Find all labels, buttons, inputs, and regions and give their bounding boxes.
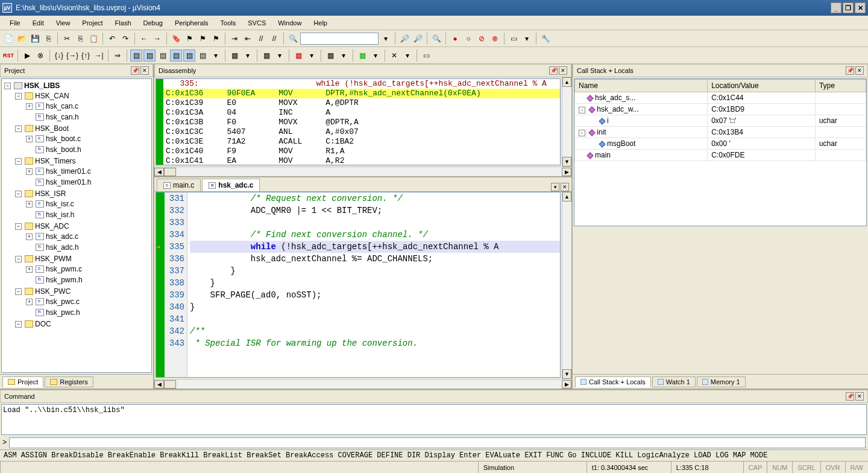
tree-file[interactable]: hsk_can.h bbox=[25, 112, 150, 122]
breakpoint-enable-icon[interactable]: ○ bbox=[462, 33, 474, 45]
bookmark-clear-icon[interactable]: ⚑ bbox=[210, 33, 222, 45]
code-line[interactable] bbox=[190, 217, 560, 229]
code-line[interactable]: /* Request next conversion. */ bbox=[190, 192, 560, 205]
menu-window[interactable]: Window bbox=[272, 18, 307, 28]
disasm-line[interactable]: C:0x1C40 F9 MOV R1,A bbox=[156, 147, 560, 156]
table-row[interactable]: - hsk_adc_w...C:0x1BD9 bbox=[575, 104, 866, 115]
code-line[interactable]: /** bbox=[190, 325, 560, 337]
disasm-window-icon[interactable]: ▤ bbox=[143, 49, 156, 62]
table-row[interactable]: msgBoot0x00 'uchar bbox=[575, 138, 866, 150]
tree-file[interactable]: + hsk_pwc.c bbox=[25, 297, 150, 306]
command-input[interactable] bbox=[9, 437, 866, 448]
disasm-line[interactable]: C:0x1C41 EA MOV A,R2 bbox=[156, 156, 560, 165]
tree-group[interactable]: − HSK_Boot bbox=[14, 124, 150, 133]
window-icon[interactable]: ▭ bbox=[508, 33, 520, 45]
find-icon[interactable]: 🔎 bbox=[398, 33, 410, 45]
code-line[interactable]: } bbox=[190, 277, 560, 289]
save-all-icon[interactable]: ⎘ bbox=[42, 33, 54, 45]
tab-registers[interactable]: Registers bbox=[45, 376, 93, 387]
menu-peripherals[interactable]: Peripherals bbox=[169, 18, 215, 28]
bookmark-prev-icon[interactable]: ⚑ bbox=[183, 33, 195, 45]
step-icon[interactable]: {↓} bbox=[53, 49, 65, 62]
tree-group[interactable]: − DOC bbox=[14, 319, 150, 329]
table-row[interactable]: - initC:0x13B4 bbox=[575, 127, 866, 138]
tree-group[interactable]: − HSK_PWM bbox=[14, 254, 150, 264]
code-editor[interactable]: 331332333334335336337338339340341342343 … bbox=[156, 192, 561, 378]
menu-flash[interactable]: Flash bbox=[109, 18, 137, 28]
dropdown-icon[interactable]: ▾ bbox=[306, 49, 318, 62]
tree-file[interactable]: hsk_pwm.h bbox=[25, 275, 150, 285]
breakpoint-disable-icon[interactable]: ⊘ bbox=[476, 33, 488, 45]
table-row[interactable]: i0x07 '□'uchar bbox=[575, 115, 866, 127]
close-icon[interactable]: ✕ bbox=[855, 392, 864, 401]
table-header[interactable]: Location/Value bbox=[708, 80, 816, 92]
menu-edit[interactable]: Edit bbox=[27, 18, 50, 28]
scrollbar-horizontal[interactable]: ◀▶ bbox=[154, 167, 571, 176]
comment-icon[interactable]: // bbox=[255, 33, 267, 45]
tree-root-node[interactable]: − HSK_LIBS bbox=[3, 81, 150, 90]
disasm-line[interactable]: 335: while (!hsk_adc_targets[++hsk_adc_n… bbox=[156, 79, 560, 89]
tree-group[interactable]: − HSK_ADC bbox=[14, 221, 150, 231]
find-input[interactable] bbox=[300, 33, 379, 45]
scrollbar-vertical[interactable]: ▲▼ bbox=[562, 77, 571, 167]
disasm-line[interactable]: C:0x1C3E 71A2 ACALL C:1BA2 bbox=[156, 137, 560, 147]
code-line[interactable]: } bbox=[190, 301, 560, 313]
step-out-icon[interactable]: {↑} bbox=[80, 49, 92, 62]
memory-window-icon[interactable]: ▦ bbox=[228, 49, 241, 62]
close-icon[interactable]: ✕ bbox=[559, 66, 567, 75]
restore-button[interactable]: ❐ bbox=[843, 2, 854, 13]
menu-tools[interactable]: Tools bbox=[215, 18, 242, 28]
dropdown-icon[interactable]: ▾ bbox=[380, 33, 392, 45]
menu-svcs[interactable]: SVCS bbox=[242, 18, 272, 28]
bookmark-next-icon[interactable]: ⚑ bbox=[197, 33, 209, 45]
breakpoint-insert-icon[interactable]: ● bbox=[449, 33, 461, 45]
scrollbar-horizontal[interactable]: ◀▶ bbox=[154, 379, 571, 389]
nav-fwd-icon[interactable]: → bbox=[151, 33, 163, 45]
tree-file[interactable]: + hsk_isr.c bbox=[25, 199, 150, 209]
serial-window-icon[interactable]: ▦ bbox=[260, 49, 272, 62]
command-window-icon[interactable]: ▤ bbox=[130, 49, 142, 62]
tree-group[interactable]: − HSK_CAN bbox=[14, 91, 150, 101]
outdent-icon[interactable]: ⇤ bbox=[242, 33, 254, 45]
tree-file[interactable]: + hsk_can.c bbox=[25, 101, 150, 111]
code-line[interactable]: } bbox=[190, 265, 560, 277]
show-next-icon[interactable]: ⇒ bbox=[112, 49, 124, 62]
pin-icon[interactable]: 📌 bbox=[846, 392, 854, 401]
editor-tab[interactable]: hsk_adc.c bbox=[202, 179, 260, 191]
disasm-line[interactable]: C:0x1C39 E0 MOVX A,@DPTR bbox=[156, 98, 560, 108]
tab-project[interactable]: Project bbox=[2, 376, 43, 387]
pin-icon[interactable]: 📌 bbox=[846, 66, 854, 75]
tab-watch-1[interactable]: Watch 1 bbox=[652, 376, 696, 387]
dropdown-icon[interactable]: ▾ bbox=[338, 49, 350, 62]
registers-window-icon[interactable]: ▤ bbox=[170, 49, 182, 62]
reset-icon[interactable]: RST bbox=[2, 49, 14, 62]
indent-icon[interactable]: ⇥ bbox=[228, 33, 241, 45]
run-icon[interactable]: ▶ bbox=[21, 49, 33, 62]
close-icon[interactable]: ✕ bbox=[561, 183, 569, 191]
disasm-line[interactable]: C:0x1C3A 04 INC A bbox=[156, 108, 560, 118]
configure-icon[interactable]: 🔧 bbox=[539, 33, 552, 45]
stop-icon[interactable]: ⊗ bbox=[34, 49, 46, 62]
close-icon[interactable]: ✕ bbox=[855, 66, 864, 75]
code-line[interactable] bbox=[190, 313, 560, 325]
tree-group[interactable]: − HSK_Timers bbox=[14, 156, 150, 166]
pin-icon[interactable]: 📌 bbox=[131, 66, 139, 75]
pin-icon[interactable]: 📌 bbox=[549, 66, 558, 75]
table-header[interactable]: Name bbox=[575, 80, 708, 92]
cut-icon[interactable]: ✂ bbox=[61, 33, 73, 45]
symbols-window-icon[interactable]: ▤ bbox=[157, 49, 169, 62]
menu-view[interactable]: View bbox=[50, 18, 77, 28]
code-line[interactable]: ADC_QMR0 |= 1 << BIT_TREV; bbox=[190, 205, 560, 217]
menu-file[interactable]: File bbox=[4, 18, 27, 28]
disasm-line[interactable]: C:0x1C3B F0 MOVX @DPTR,A bbox=[156, 118, 560, 127]
trace-window-icon[interactable]: ▦ bbox=[324, 49, 336, 62]
callstack-window-icon[interactable]: ▤ bbox=[183, 49, 195, 62]
uncomment-icon[interactable]: // bbox=[268, 33, 280, 45]
command-output[interactable]: Load "..\\bin.c51\\hsk_libs" bbox=[1, 404, 867, 435]
code-line[interactable]: /* Find next conversion channel. */ bbox=[190, 229, 560, 241]
system-viewer-icon[interactable]: ▦ bbox=[356, 49, 368, 62]
table-row[interactable]: mainC:0x0FDE bbox=[575, 150, 866, 161]
code-line[interactable]: SFR_PAGE(_ad0, noSST); bbox=[190, 289, 560, 301]
project-tree[interactable]: − HSK_LIBS− HSK_CAN+ hsk_can.c hsk_can.h… bbox=[1, 78, 152, 373]
tree-file[interactable]: hsk_pwc.h bbox=[25, 308, 150, 317]
